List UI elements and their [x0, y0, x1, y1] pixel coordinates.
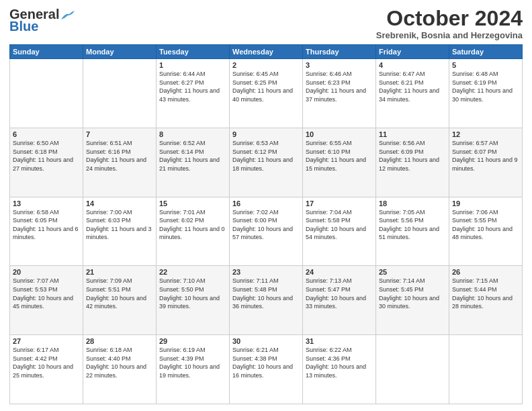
table-row: 8Sunrise: 6:52 AMSunset: 6:14 PMDaylight…	[157, 128, 230, 197]
table-row: 2Sunrise: 6:45 AMSunset: 6:25 PMDaylight…	[230, 59, 303, 128]
table-row: 26Sunrise: 7:15 AMSunset: 5:44 PMDayligh…	[449, 266, 523, 335]
cell-info: Sunrise: 6:18 AMSunset: 4:40 PMDaylight:…	[86, 346, 153, 379]
day-number: 18	[379, 199, 446, 208]
cell-info: Sunrise: 6:47 AMSunset: 6:21 PMDaylight:…	[379, 70, 446, 103]
day-number: 7	[86, 130, 153, 138]
table-row	[376, 335, 449, 404]
day-number: 25	[379, 268, 446, 276]
day-number: 15	[159, 199, 226, 208]
cell-info: Sunrise: 6:50 AMSunset: 6:18 PMDaylight:…	[13, 139, 80, 173]
day-number: 28	[86, 337, 153, 345]
cell-info: Sunrise: 6:22 AMSunset: 4:36 PMDaylight:…	[306, 346, 373, 379]
table-row: 13Sunrise: 6:58 AMSunset: 6:05 PMDayligh…	[10, 197, 83, 266]
day-number: 14	[86, 199, 153, 208]
table-row: 19Sunrise: 7:06 AMSunset: 5:55 PMDayligh…	[449, 197, 523, 266]
header-thursday: Thursday	[303, 45, 376, 59]
table-row: 12Sunrise: 6:57 AMSunset: 6:07 PMDayligh…	[449, 128, 523, 197]
table-row	[449, 335, 523, 404]
cell-info: Sunrise: 7:14 AMSunset: 5:45 PMDaylight:…	[379, 277, 446, 310]
table-row: 16Sunrise: 7:02 AMSunset: 6:00 PMDayligh…	[230, 197, 303, 266]
day-number: 5	[452, 61, 519, 69]
table-row: 5Sunrise: 6:48 AMSunset: 6:19 PMDaylight…	[449, 59, 523, 128]
cell-info: Sunrise: 6:17 AMSunset: 4:42 PMDaylight:…	[13, 346, 80, 379]
cell-info: Sunrise: 6:45 AMSunset: 6:25 PMDaylight:…	[232, 70, 300, 103]
day-number: 12	[452, 130, 519, 138]
table-row: 28Sunrise: 6:18 AMSunset: 4:40 PMDayligh…	[83, 335, 157, 404]
cell-info: Sunrise: 6:58 AMSunset: 6:05 PMDaylight:…	[13, 208, 80, 242]
cell-info: Sunrise: 6:21 AMSunset: 4:38 PMDaylight:…	[232, 346, 300, 379]
header-friday: Friday	[376, 45, 449, 59]
cell-info: Sunrise: 6:56 AMSunset: 6:09 PMDaylight:…	[379, 139, 446, 173]
cell-info: Sunrise: 6:19 AMSunset: 4:39 PMDaylight:…	[159, 346, 226, 379]
table-row: 7Sunrise: 6:51 AMSunset: 6:16 PMDaylight…	[83, 128, 157, 197]
header: General Blue October 2024 Srebrenik, Bos…	[9, 7, 523, 40]
table-row	[83, 59, 157, 128]
day-number: 29	[159, 337, 226, 345]
day-number: 6	[13, 130, 80, 138]
day-number: 16	[232, 199, 300, 208]
day-number: 27	[13, 337, 80, 345]
day-number: 9	[232, 130, 300, 138]
day-number: 4	[379, 61, 446, 69]
cell-info: Sunrise: 6:52 AMSunset: 6:14 PMDaylight:…	[159, 139, 226, 173]
table-row: 25Sunrise: 7:14 AMSunset: 5:45 PMDayligh…	[376, 266, 449, 335]
table-row: 27Sunrise: 6:17 AMSunset: 4:42 PMDayligh…	[10, 335, 83, 404]
table-row: 6Sunrise: 6:50 AMSunset: 6:18 PMDaylight…	[10, 128, 83, 197]
cell-info: Sunrise: 7:04 AMSunset: 5:58 PMDaylight:…	[306, 208, 373, 242]
table-row: 3Sunrise: 6:46 AMSunset: 6:23 PMDaylight…	[303, 59, 376, 128]
cell-info: Sunrise: 7:02 AMSunset: 6:00 PMDaylight:…	[232, 208, 300, 242]
month-title: October 2024	[376, 7, 523, 30]
title-block: October 2024 Srebrenik, Bosnia and Herze…	[376, 7, 523, 40]
cell-info: Sunrise: 7:06 AMSunset: 5:55 PMDaylight:…	[452, 208, 519, 242]
page: General Blue October 2024 Srebrenik, Bos…	[0, 0, 532, 411]
cell-info: Sunrise: 7:10 AMSunset: 5:50 PMDaylight:…	[159, 277, 226, 310]
table-row: 29Sunrise: 6:19 AMSunset: 4:39 PMDayligh…	[157, 335, 230, 404]
day-number: 11	[379, 130, 446, 138]
day-number: 17	[306, 199, 373, 208]
logo-bird-icon	[60, 10, 75, 21]
cell-info: Sunrise: 6:46 AMSunset: 6:23 PMDaylight:…	[306, 70, 373, 103]
header-saturday: Saturday	[449, 45, 523, 59]
cell-info: Sunrise: 6:57 AMSunset: 6:07 PMDaylight:…	[452, 139, 519, 173]
calendar-table: Sunday Monday Tuesday Wednesday Thursday…	[9, 44, 523, 404]
calendar-header-row: Sunday Monday Tuesday Wednesday Thursday…	[10, 45, 523, 59]
table-row: 30Sunrise: 6:21 AMSunset: 4:38 PMDayligh…	[230, 335, 303, 404]
header-sunday: Sunday	[10, 45, 83, 59]
table-row: 31Sunrise: 6:22 AMSunset: 4:36 PMDayligh…	[303, 335, 376, 404]
day-number: 10	[306, 130, 373, 138]
table-row: 10Sunrise: 6:55 AMSunset: 6:10 PMDayligh…	[303, 128, 376, 197]
day-number: 22	[159, 268, 226, 276]
cell-info: Sunrise: 7:07 AMSunset: 5:53 PMDaylight:…	[13, 277, 80, 310]
cell-info: Sunrise: 6:53 AMSunset: 6:12 PMDaylight:…	[232, 139, 300, 173]
header-wednesday: Wednesday	[230, 45, 303, 59]
day-number: 23	[232, 268, 300, 276]
logo-blue: Blue	[9, 19, 38, 34]
cell-info: Sunrise: 6:48 AMSunset: 6:19 PMDaylight:…	[452, 70, 519, 103]
day-number: 13	[13, 199, 80, 208]
table-row: 11Sunrise: 6:56 AMSunset: 6:09 PMDayligh…	[376, 128, 449, 197]
cell-info: Sunrise: 6:51 AMSunset: 6:16 PMDaylight:…	[86, 139, 153, 173]
day-number: 3	[306, 61, 373, 69]
cell-info: Sunrise: 7:09 AMSunset: 5:51 PMDaylight:…	[86, 277, 153, 310]
day-number: 8	[159, 130, 226, 138]
table-row: 23Sunrise: 7:11 AMSunset: 5:48 PMDayligh…	[230, 266, 303, 335]
day-number: 31	[306, 337, 373, 345]
day-number: 30	[232, 337, 300, 345]
day-number: 20	[13, 268, 80, 276]
cell-info: Sunrise: 6:55 AMSunset: 6:10 PMDaylight:…	[306, 139, 373, 173]
header-monday: Monday	[83, 45, 157, 59]
cell-info: Sunrise: 7:15 AMSunset: 5:44 PMDaylight:…	[452, 277, 519, 310]
table-row: 14Sunrise: 7:00 AMSunset: 6:03 PMDayligh…	[83, 197, 157, 266]
table-row: 1Sunrise: 6:44 AMSunset: 6:27 PMDaylight…	[157, 59, 230, 128]
day-number: 2	[232, 61, 300, 69]
table-row: 15Sunrise: 7:01 AMSunset: 6:02 PMDayligh…	[157, 197, 230, 266]
logo: General Blue	[9, 7, 75, 34]
table-row: 22Sunrise: 7:10 AMSunset: 5:50 PMDayligh…	[157, 266, 230, 335]
day-number: 1	[159, 61, 226, 69]
table-row: 4Sunrise: 6:47 AMSunset: 6:21 PMDaylight…	[376, 59, 449, 128]
table-row: 18Sunrise: 7:05 AMSunset: 5:56 PMDayligh…	[376, 197, 449, 266]
location-subtitle: Srebrenik, Bosnia and Herzegovina	[376, 30, 523, 40]
cell-info: Sunrise: 7:01 AMSunset: 6:02 PMDaylight:…	[159, 208, 226, 242]
cell-info: Sunrise: 7:13 AMSunset: 5:47 PMDaylight:…	[306, 277, 373, 310]
cell-info: Sunrise: 6:44 AMSunset: 6:27 PMDaylight:…	[159, 70, 226, 103]
